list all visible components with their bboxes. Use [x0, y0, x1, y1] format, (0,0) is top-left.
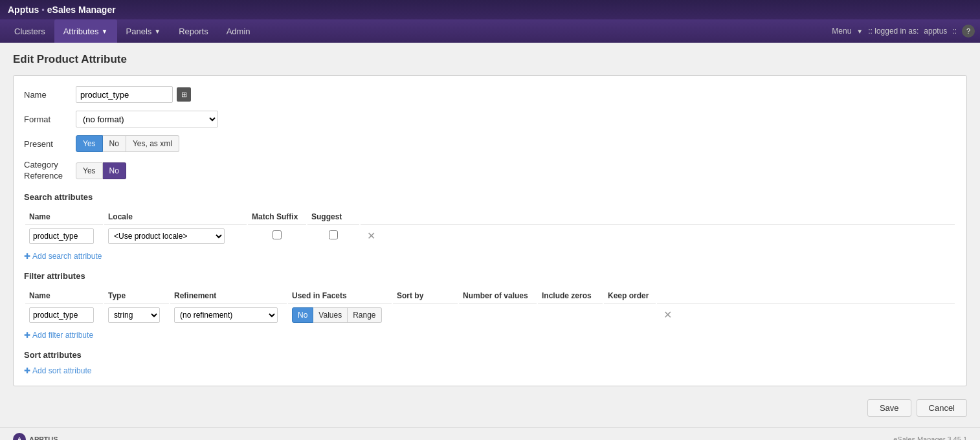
filter-row-include-zeros-cell — [538, 305, 603, 325]
filter-row-name-cell — [25, 305, 103, 325]
title-separator: • — [41, 5, 45, 15]
present-row: Present Yes No Yes, as xml — [24, 135, 956, 152]
search-locale-select[interactable]: <Use product locale> English Swedish — [108, 228, 225, 244]
filter-attributes-table: Name Type Refinement Used in Facets Sort… — [24, 287, 956, 327]
filter-type-select[interactable]: string integer double — [108, 307, 160, 323]
filter-row-type-cell: string integer double — [104, 305, 169, 325]
menu-dropdown-arrow: ▼ — [856, 28, 863, 35]
filter-refinement-select[interactable]: (no refinement) Sorted Hierarchical — [174, 307, 278, 323]
search-col-match-suffix: Match Suffix — [248, 210, 306, 225]
apptus-logo: A APPTUS — [13, 433, 58, 440]
search-attributes-header: Search attributes — [24, 192, 956, 202]
panels-dropdown-arrow: ▼ — [154, 28, 161, 35]
match-suffix-checkbox[interactable] — [273, 230, 282, 239]
page-title: Edit Product Attribute — [13, 53, 967, 66]
search-col-suggest: Suggest — [307, 210, 359, 225]
present-yes-xml-button[interactable]: Yes, as xml — [126, 135, 179, 152]
search-row-suggest-cell — [307, 226, 359, 247]
nav-separator: :: — [952, 27, 957, 36]
cancel-button[interactable]: Cancel — [917, 399, 967, 417]
facet-no-button[interactable]: No — [292, 307, 313, 323]
format-label: Format — [24, 115, 76, 124]
add-sort-attribute-link[interactable]: ✚ Add sort attribute — [24, 366, 956, 375]
facet-btn-group: No Values Range — [292, 307, 388, 323]
name-control-group: ⊞ — [76, 86, 191, 103]
search-col-actions — [361, 210, 955, 225]
search-col-name: Name — [25, 210, 103, 225]
menu-button[interactable]: Menu — [832, 27, 851, 36]
filter-row-delete-cell: ✕ — [657, 305, 955, 325]
category-ref-row: Category Reference Yes No — [24, 160, 956, 182]
filter-col-keep-order: Keep order — [604, 289, 656, 303]
nav-item-panels[interactable]: Panels ▼ — [117, 19, 170, 43]
help-button[interactable]: ? — [962, 25, 975, 38]
action-buttons: Save Cancel — [13, 399, 967, 417]
filter-table-header-row: Name Type Refinement Used in Facets Sort… — [25, 289, 955, 303]
logo-icon: A — [13, 433, 26, 440]
filter-col-actions — [657, 289, 955, 303]
present-yes-button[interactable]: Yes — [76, 135, 103, 152]
footer-version: eSales Manager 3.45.1 — [893, 435, 967, 440]
facet-range-button[interactable]: Range — [348, 307, 381, 323]
search-col-locale: Locale — [104, 210, 247, 225]
nav-bar: Clusters Attributes ▼ Panels ▼ Reports A… — [0, 19, 980, 43]
filter-row-num-values-cell — [459, 305, 537, 325]
filter-name-input[interactable] — [29, 307, 94, 323]
filter-col-refinement: Refinement — [170, 289, 287, 303]
name-row: Name ⊞ — [24, 86, 956, 103]
format-select[interactable]: (no format) Text Number Date Boolean — [76, 111, 218, 127]
sort-attributes-header: Sort attributes — [24, 350, 956, 360]
name-icon-button[interactable]: ⊞ — [177, 87, 191, 102]
filter-row-facets-cell: No Values Range — [288, 305, 392, 325]
search-row-delete-button[interactable]: ✕ — [364, 230, 378, 242]
page-content: Edit Product Attribute Name ⊞ Format (no… — [0, 43, 980, 427]
facet-values-button[interactable]: Values — [313, 307, 348, 323]
search-row-locale-cell: <Use product locale> English Swedish — [104, 226, 247, 247]
app-subtitle: eSales Manager — [47, 5, 116, 15]
nav-item-reports[interactable]: Reports — [170, 19, 217, 43]
footer: A APPTUS eSales Manager 3.45.1 — [0, 427, 980, 440]
category-ref-btn-group: Yes No — [76, 162, 126, 179]
search-name-input[interactable] — [29, 228, 94, 244]
present-btn-group: Yes No Yes, as xml — [76, 135, 179, 152]
name-label: Name — [24, 90, 76, 100]
top-bar: Apptus • eSales Manager — [0, 0, 980, 19]
filter-row-keep-order-cell — [604, 305, 656, 325]
name-input[interactable] — [76, 86, 173, 103]
format-row: Format (no format) Text Number Date Bool… — [24, 111, 956, 127]
filter-row-sort-by-cell — [393, 305, 458, 325]
filter-col-number-of-values: Number of values — [459, 289, 537, 303]
filter-col-sort-by: Sort by — [393, 289, 458, 303]
username-label: apptus — [924, 27, 947, 36]
brand-label: APPTUS — [29, 435, 58, 440]
nav-item-admin[interactable]: Admin — [217, 19, 260, 43]
search-row-match-suffix-cell — [248, 226, 306, 247]
search-row-delete-cell: ✕ — [361, 226, 955, 247]
suggest-checkbox[interactable] — [329, 230, 338, 239]
filter-row-delete-button[interactable]: ✕ — [661, 309, 674, 321]
nav-item-clusters[interactable]: Clusters — [5, 19, 54, 43]
filter-col-include-zeros: Include zeros — [538, 289, 603, 303]
filter-table-row: string integer double (no refinement) So… — [25, 305, 955, 325]
filter-attributes-header: Filter attributes — [24, 271, 956, 281]
present-no-button[interactable]: No — [103, 135, 126, 152]
search-table-row: <Use product locale> English Swedish ✕ — [25, 226, 955, 247]
present-label: Present — [24, 139, 76, 149]
category-yes-button[interactable]: Yes — [76, 162, 103, 179]
app-title: Apptus — [8, 5, 39, 15]
search-table-header-row: Name Locale Match Suffix Suggest — [25, 210, 955, 225]
add-filter-attribute-link[interactable]: ✚ Add filter attribute — [24, 331, 956, 340]
search-row-name-cell — [25, 226, 103, 247]
category-ref-label: Category Reference — [24, 160, 76, 182]
filter-col-used-in-facets: Used in Facets — [288, 289, 392, 303]
save-button[interactable]: Save — [867, 399, 911, 417]
add-search-attribute-link[interactable]: ✚ Add search attribute — [24, 252, 956, 261]
nav-item-attributes[interactable]: Attributes ▼ — [54, 19, 117, 43]
main-panel: Name ⊞ Format (no format) Text Number Da… — [13, 75, 967, 386]
filter-col-name: Name — [25, 289, 103, 303]
attributes-dropdown-arrow: ▼ — [102, 28, 108, 35]
logged-in-label: :: logged in as: — [868, 27, 919, 36]
nav-right: Menu ▼ :: logged in as: apptus :: ? — [832, 25, 975, 38]
search-attributes-table: Name Locale Match Suffix Suggest <Use pr… — [24, 208, 956, 248]
category-no-button[interactable]: No — [103, 162, 126, 179]
